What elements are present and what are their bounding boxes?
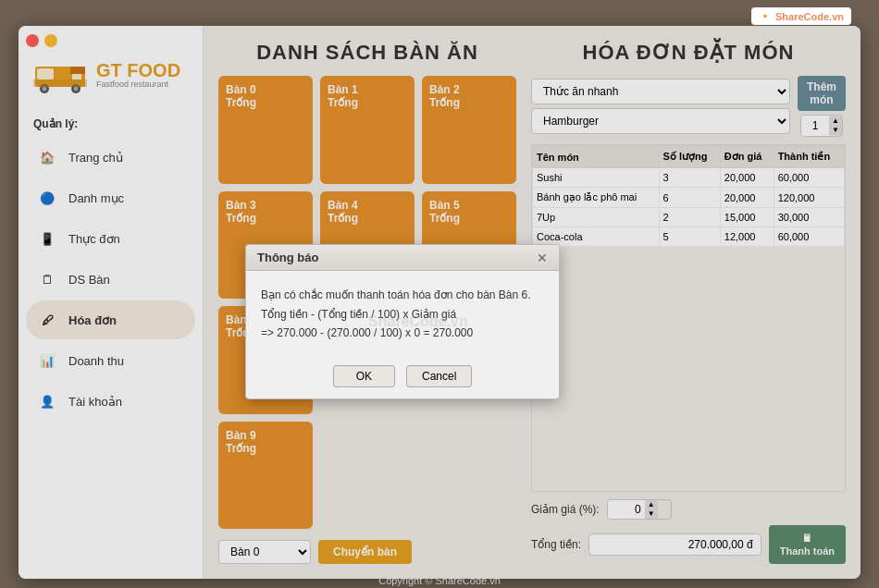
modal-dialog: Thông báo ✕ Bạn có chắc muốn thanh toán … [245, 244, 560, 398]
sharecode-label: ShareCode.vn [775, 11, 844, 22]
modal-ok-button[interactable]: OK [333, 365, 395, 387]
sharecode-badge: 🔸 ShareCode.vn [751, 7, 851, 25]
modal-overlay: Thông báo ✕ Bạn có chắc muốn thanh toán … [0, 0, 879, 588]
modal-message-line2: Tổng tiền - (Tổng tiền / 100) x Giảm giá [261, 305, 544, 324]
modal-close-button[interactable]: ✕ [537, 251, 548, 264]
modal-message-line3: => 270.000 - (270.000 / 100) x 0 = 270.0… [261, 324, 544, 342]
modal-cancel-button[interactable]: Cancel [406, 365, 472, 387]
modal-title: Thông báo [257, 251, 318, 264]
modal-footer: OK Cancel [246, 358, 559, 398]
modal-header: Thông báo ✕ [246, 245, 559, 271]
modal-body: Bạn có chắc muốn thanh toán hóa đơn cho … [246, 271, 559, 357]
copyright: Copyright © ShareCode.vn [0, 575, 879, 586]
modal-message-line1: Bạn có chắc muốn thanh toán hóa đơn cho … [261, 286, 544, 304]
sharecode-icon: 🔸 [759, 10, 772, 22]
